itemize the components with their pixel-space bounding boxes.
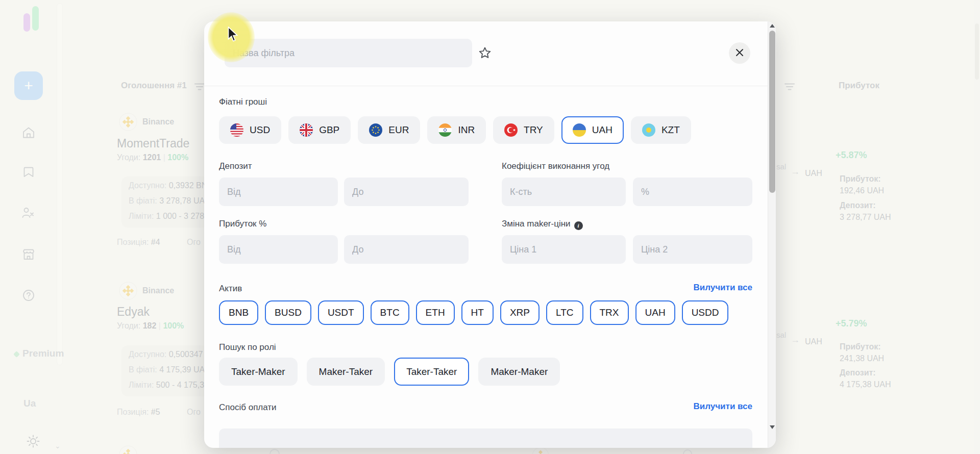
currency-eur-button[interactable]: EUR bbox=[358, 116, 420, 144]
maker-price-section-label: Зміна maker-ціниi bbox=[502, 219, 583, 230]
role-maker-taker-button[interactable]: Maker-Taker bbox=[307, 358, 385, 386]
profit-section-label: Прибуток % bbox=[219, 219, 266, 229]
close-modal-button[interactable] bbox=[729, 42, 750, 64]
try-flag-icon bbox=[504, 123, 518, 137]
uah-flag-icon bbox=[573, 123, 586, 137]
asset-ltc-button[interactable]: LTC bbox=[546, 300, 583, 325]
gbp-flag-icon bbox=[300, 123, 313, 137]
execution-pct-input[interactable] bbox=[633, 178, 752, 206]
profit-from-input[interactable] bbox=[219, 235, 338, 264]
role-taker-maker-button[interactable]: Taker-Maker bbox=[219, 358, 298, 386]
maker-price2-input[interactable] bbox=[633, 235, 752, 264]
asset-usdd-button[interactable]: USDD bbox=[682, 300, 729, 325]
execution-section-label: Коефіцієнт виконання угод bbox=[502, 161, 609, 171]
asset-usdt-button[interactable]: USDT bbox=[318, 300, 364, 325]
eur-flag-icon bbox=[369, 123, 382, 137]
modal-scrollbar-thumb[interactable] bbox=[769, 31, 775, 193]
role-maker-maker-button[interactable]: Maker-Maker bbox=[478, 358, 560, 386]
currency-usd-button[interactable]: USD bbox=[219, 116, 281, 144]
payment-clear-all-link[interactable]: Вилучити все bbox=[650, 401, 752, 412]
deposit-from-input[interactable] bbox=[219, 178, 338, 206]
profit-to-input[interactable] bbox=[344, 235, 469, 264]
asset-btc-button[interactable]: BTC bbox=[371, 300, 409, 325]
kzt-flag-icon bbox=[642, 123, 655, 137]
asset-eth-button[interactable]: ETH bbox=[416, 300, 455, 325]
header-divider bbox=[204, 86, 776, 86]
modal-scrollbar[interactable] bbox=[768, 21, 776, 448]
asset-bnb-button[interactable]: BNB bbox=[219, 300, 258, 325]
currency-try-button[interactable]: TRY bbox=[493, 116, 554, 144]
currency-kzt-button[interactable]: KZT bbox=[631, 116, 691, 144]
role-section-label: Пошук по ролі bbox=[219, 342, 276, 352]
asset-clear-all-link[interactable]: Вилучити все bbox=[650, 283, 752, 293]
asset-xrp-button[interactable]: XRP bbox=[500, 300, 540, 325]
close-icon bbox=[734, 47, 745, 59]
asset-section-label: Актив bbox=[219, 284, 242, 294]
payment-method-field[interactable] bbox=[219, 428, 752, 448]
mouse-cursor-icon bbox=[226, 27, 239, 45]
deposit-to-input[interactable] bbox=[344, 178, 469, 206]
currency-uah-button[interactable]: UAH bbox=[561, 116, 624, 144]
filter-name-input[interactable] bbox=[225, 39, 472, 67]
payment-section-label: Спосіб оплати bbox=[219, 402, 277, 413]
execution-qty-input[interactable] bbox=[502, 178, 626, 206]
scroll-down-arrow[interactable] bbox=[770, 425, 775, 429]
currency-inr-button[interactable]: INR bbox=[427, 116, 486, 144]
info-icon[interactable]: i bbox=[574, 221, 583, 230]
asset-trx-button[interactable]: TRX bbox=[590, 300, 629, 325]
usd-flag-icon bbox=[230, 123, 243, 137]
asset-ht-button[interactable]: HT bbox=[461, 300, 494, 325]
currency-gbp-button[interactable]: GBP bbox=[288, 116, 351, 144]
asset-uah-button[interactable]: UAH bbox=[635, 300, 675, 325]
favorite-star-icon[interactable] bbox=[478, 46, 492, 62]
maker-price1-input[interactable] bbox=[502, 235, 626, 264]
role-taker-taker-button[interactable]: Taker-Taker bbox=[394, 358, 469, 386]
asset-busd-button[interactable]: BUSD bbox=[265, 300, 311, 325]
fiat-section-label: Фіатні гроші bbox=[219, 97, 267, 107]
inr-flag-icon bbox=[438, 123, 452, 137]
filter-modal: Фіатні гроші USD GBP EUR INR TRY UAH KZT bbox=[204, 21, 776, 448]
deposit-section-label: Депозит bbox=[219, 161, 252, 171]
